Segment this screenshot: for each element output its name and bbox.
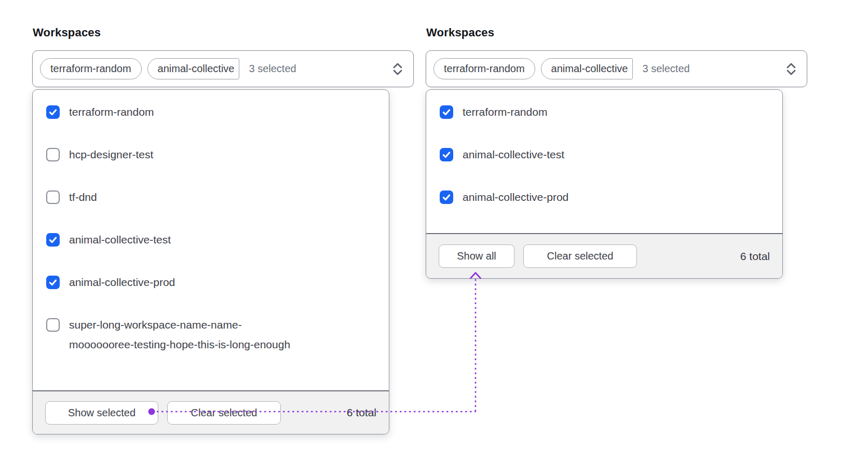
clear-selected-button[interactable]: Clear selected — [167, 401, 281, 425]
workspace-option-row[interactable]: animal-collective-test — [46, 230, 375, 250]
workspace-option-row[interactable]: tf-dnd — [46, 187, 375, 207]
workspace-options-list: terraform-randomanimal-collective-testan… — [426, 90, 782, 233]
workspace-option-label: animal-collective-prod — [463, 187, 568, 207]
chevron-up-down-icon — [785, 61, 797, 77]
checkbox-checked-icon[interactable] — [440, 148, 453, 161]
show-all-button[interactable]: Show all — [439, 244, 514, 268]
workspace-multiselect-trigger[interactable]: terraform-random animal-collective 3 sel… — [32, 50, 414, 87]
workspace-option-label: animal-collective-test — [463, 145, 564, 165]
workspace-option-label: hcp-designer-test — [69, 145, 153, 165]
workspace-dropdown-list: terraform-randomhcp-designer-testtf-dnda… — [32, 89, 389, 434]
workspace-option-row[interactable]: hcp-designer-test — [46, 145, 375, 165]
selected-count-label: 3 selected — [642, 63, 689, 75]
panel-title: Workspaces — [33, 26, 414, 39]
workspace-option-label: animal-collective-prod — [69, 273, 175, 292]
checkbox-unchecked-icon[interactable] — [46, 148, 60, 161]
workspace-option-row[interactable]: terraform-random — [440, 102, 769, 122]
workspace-multiselect-trigger[interactable]: terraform-random animal-collective 3 sel… — [426, 50, 807, 87]
dropdown-footer: Show selected Clear selected 6 total — [33, 390, 389, 434]
panel-title: Workspaces — [426, 26, 807, 39]
selected-tag-pill[interactable]: terraform-random — [40, 58, 142, 79]
selected-count-label: 3 selected — [249, 63, 296, 75]
workspace-option-row[interactable]: terraform-random — [46, 102, 375, 122]
total-count-label: 6 total — [347, 406, 376, 419]
checkbox-checked-icon[interactable] — [46, 105, 60, 119]
workspaces-panel-left: Workspaces terraform-random animal-colle… — [32, 26, 414, 87]
workspace-option-row[interactable]: super-long-workspace-name-name-moooooore… — [46, 315, 375, 355]
workspace-option-label: terraform-random — [463, 102, 547, 122]
chevron-up-down-icon — [391, 61, 404, 77]
checkbox-unchecked-icon[interactable] — [46, 190, 60, 204]
total-count-label: 6 total — [740, 250, 770, 263]
selected-tag-pill[interactable]: terraform-random — [433, 58, 535, 79]
workspace-option-row[interactable]: animal-collective-prod — [46, 273, 375, 292]
workspace-option-row[interactable]: animal-collective-test — [440, 145, 769, 165]
checkbox-checked-icon[interactable] — [440, 190, 453, 204]
workspace-option-label: tf-dnd — [69, 187, 97, 207]
checkbox-checked-icon[interactable] — [440, 105, 453, 119]
selected-tag-pill-truncated[interactable]: animal-collective — [147, 58, 240, 79]
workspace-option-label: terraform-random — [69, 102, 154, 122]
show-selected-button[interactable]: Show selected — [45, 401, 158, 425]
workspace-options-list: terraform-randomhcp-designer-testtf-dnda… — [33, 90, 389, 390]
checkbox-checked-icon[interactable] — [46, 276, 60, 289]
checkbox-checked-icon[interactable] — [46, 233, 60, 247]
workspace-option-row[interactable]: animal-collective-prod — [440, 187, 769, 207]
workspace-option-label: animal-collective-test — [69, 230, 171, 250]
workspace-dropdown-list: terraform-randomanimal-collective-testan… — [426, 89, 783, 279]
clear-selected-button[interactable]: Clear selected — [523, 244, 637, 268]
workspace-option-label: super-long-workspace-name-name-moooooore… — [69, 315, 290, 355]
checkbox-unchecked-icon[interactable] — [46, 318, 60, 332]
selected-tag-pill-truncated[interactable]: animal-collective — [541, 58, 633, 79]
dropdown-footer: Show all Clear selected 6 total — [426, 233, 782, 278]
workspaces-panel-right: Workspaces terraform-random animal-colle… — [426, 26, 807, 87]
workspaces-multiselect-demo: Workspaces terraform-random animal-colle… — [0, 0, 868, 463]
